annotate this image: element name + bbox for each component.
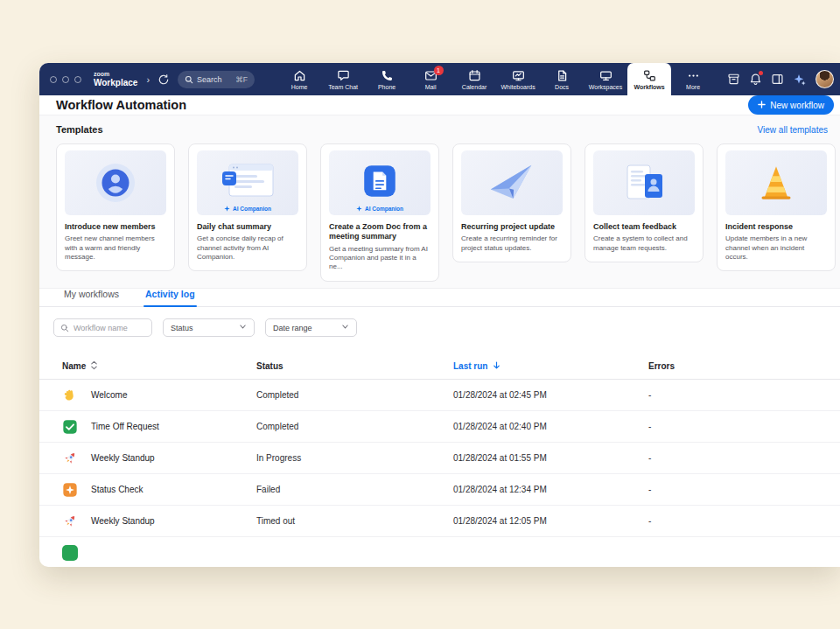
rocket-icon [62,514,78,529]
logo-zoom-text: zoom [94,71,137,78]
search-icon [60,320,69,336]
zoom-workplace-logo: zoom Workplace [94,71,137,87]
workflow-last-run: 01/28/2024 at 12:34 PM [453,485,648,494]
nav-label: Workspaces [589,84,622,90]
window-close-button[interactable] [50,76,57,83]
nav-item-more[interactable]: More [671,63,715,95]
whiteboards-icon [512,69,525,82]
template-card-title: Daily chat summary [197,222,298,232]
nav-label: Calendar [462,84,486,90]
navbar-left-cluster: zoom Workplace › Search ⌘F [50,63,255,95]
sort-desc-icon [492,360,501,372]
template-card-description: Get a meeting summary from AI Companion … [329,245,430,272]
table-row[interactable]: Status Check Failed 01/28/2024 at 12:34 … [39,474,840,506]
tab-my-workflows[interactable]: My workflows [62,289,121,306]
nav-label: Whiteboards [500,84,535,90]
view-all-templates-link[interactable]: View all templates [758,125,828,135]
nav-item-home[interactable]: Home [277,63,321,95]
workflow-errors: - [648,485,840,494]
nav-item-workflows[interactable]: Workflows [627,63,671,95]
nav-item-calendar[interactable]: Calendar [452,63,496,95]
template-card-recurring-project-update[interactable]: Recurring project update Create a recurr… [452,143,571,262]
workflow-last-run: 01/28/2024 at 02:45 PM [453,390,648,400]
template-card-daily-chat-summary[interactable]: AI Companion Daily chat summary Get a co… [188,143,307,271]
workflow-name: Welcome [91,390,128,400]
workflow-errors: - [648,453,840,463]
table-row[interactable]: Welcome Completed 01/28/2024 at 02:45 PM… [39,380,840,411]
status-filter-label: Status [171,324,193,332]
templates-section: Templates View all templates Introduce n… [39,115,840,289]
app-window: zoom Workplace › Search ⌘F [39,63,840,567]
nav-item-docs[interactable]: Docs [540,63,584,95]
templates-heading: Templates [56,124,103,135]
template-card-title: Introduce new members [65,222,166,232]
new-workflow-button[interactable]: New workflow [748,95,834,115]
workflow-status: Completed [256,422,453,431]
status-filter-dropdown[interactable]: Status [163,318,255,337]
workflow-last-run: 01/28/2024 at 12:05 PM [453,516,648,526]
ai-companion-sparkle-icon[interactable] [793,73,807,87]
nav-item-mail[interactable]: 1 Mail [409,63,452,95]
column-header-last-run[interactable]: Last run [453,360,648,372]
workflow-last-run: 01/28/2024 at 01:55 PM [453,453,648,463]
person-circle-illustration [65,150,166,215]
history-icon[interactable] [158,73,170,86]
template-card-title: Recurring project update [461,222,563,232]
chevron-right-icon[interactable]: › [146,74,150,85]
template-card-create-zoom-doc[interactable]: AI Companion Create a Zoom Doc from a me… [320,143,439,282]
desktop-background: zoom Workplace › Search ⌘F [0,0,840,629]
nav-label: Home [291,84,308,90]
date-range-filter-dropdown[interactable]: Date range [265,318,357,337]
template-card-title: Incident response [725,222,827,232]
workflow-tabs: My workflows Activity log [39,289,840,307]
nav-label: Mail [425,84,437,90]
notifications-bell-icon[interactable] [749,73,762,86]
window-zoom-button[interactable] [74,76,81,83]
nav-item-whiteboards[interactable]: Whiteboards [496,63,540,95]
table-row[interactable]: Weekly Standup In Progress 01/28/2024 at… [39,443,840,474]
column-header-name[interactable]: Name [39,360,256,372]
navbar-right-cluster [727,63,840,95]
new-workflow-label: New workflow [770,101,824,110]
home-icon [293,69,306,82]
nav-item-workspaces[interactable]: Workspaces [584,63,627,95]
waving-hand-icon [62,388,78,403]
activity-table: Name Status Last run Errors Welcome Comp… [39,353,840,567]
workflow-name: Time Off Request [91,422,159,431]
date-range-filter-label: Date range [273,324,312,332]
table-row[interactable]: Weekly Standup Timed out 01/28/2024 at 1… [39,506,840,537]
sparkle-icon [224,206,230,212]
tab-activity-log[interactable]: Activity log [144,289,197,306]
table-row[interactable]: Time Off Request Completed 01/28/2024 at… [39,411,840,443]
column-header-status[interactable]: Status [256,361,453,371]
window-controls[interactable] [50,76,81,83]
user-avatar[interactable] [816,70,834,88]
template-card-introduce-new-members[interactable]: Introduce new members Greet new channel … [56,143,175,271]
template-card-description: Create a recurring reminder for project … [461,234,563,253]
workflow-errors: - [648,422,840,431]
nav-item-phone[interactable]: Phone [365,63,409,95]
green-icon [62,545,78,561]
nav-item-team-chat[interactable]: Team Chat [321,63,365,95]
table-header-row: Name Status Last run Errors [39,353,840,380]
top-navbar: zoom Workplace › Search ⌘F [39,63,840,95]
template-card-incident-response[interactable]: Incident response Update members in a ne… [717,143,836,271]
sort-icon [90,360,98,372]
search-icon [185,72,193,87]
panel-icon[interactable] [771,73,784,86]
global-search-input[interactable]: Search ⌘F [178,71,255,88]
workflow-name: Status Check [91,485,143,494]
window-minimize-button[interactable] [62,76,69,83]
workflow-name-input[interactable] [74,324,145,332]
logo-workplace-text: Workplace [94,78,137,87]
workflow-name-search[interactable] [53,318,152,337]
box-icon[interactable] [727,73,740,86]
template-card-collect-team-feedback[interactable]: Collect team feedback Create a system to… [584,143,704,262]
zoom-doc-illustration: AI Companion [329,150,430,215]
template-card-description: Get a concise daily recap of channel act… [197,234,298,262]
table-row-partial[interactable] [39,537,840,567]
workflows-icon [643,69,656,82]
workflow-name: Weekly Standup [91,453,155,463]
nav-label: Workflows [634,84,664,90]
workflow-errors: - [648,516,840,526]
